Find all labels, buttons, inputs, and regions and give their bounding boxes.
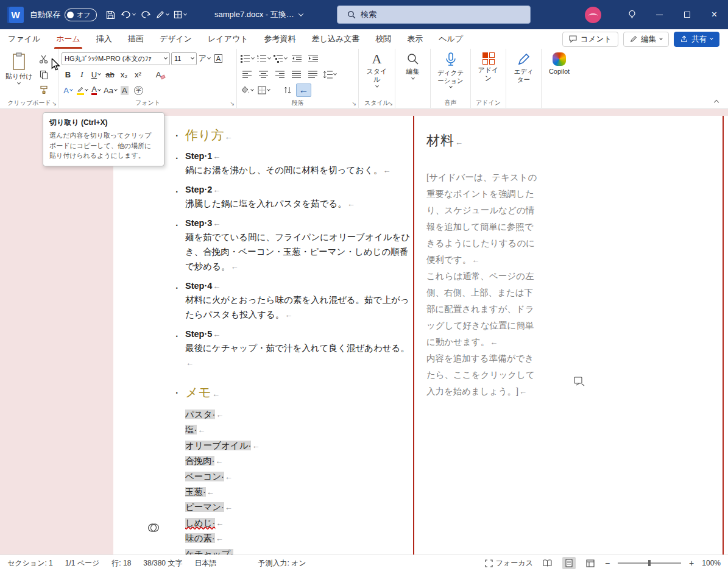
borders-button[interactable]	[256, 83, 271, 97]
tab-design[interactable]: デザイン	[152, 29, 200, 49]
styles-button[interactable]: A スタイル	[361, 51, 392, 90]
status-section[interactable]: セクション: 1	[7, 558, 53, 569]
highlight-button[interactable]	[76, 84, 88, 97]
status-line[interactable]: 行: 18	[111, 558, 131, 569]
zoom-out-button[interactable]: −	[605, 558, 610, 568]
print-layout-button[interactable]	[562, 557, 576, 569]
status-language[interactable]: 日本語	[194, 558, 216, 569]
memo-heading[interactable]: ▪メモ←	[185, 384, 414, 401]
memo-item[interactable]: しめじ·←	[185, 516, 414, 531]
tab-mailings[interactable]: 差し込み文書	[304, 29, 368, 49]
read-mode-button[interactable]	[541, 557, 554, 569]
enclose-characters-button[interactable]: 字	[132, 84, 145, 97]
memo-item[interactable]: ケチャップ·←	[185, 547, 414, 555]
autosave-toggle[interactable]: 自動保存 オフ	[30, 9, 97, 21]
tab-file[interactable]: ファイル	[0, 29, 48, 49]
step-block[interactable]: ▪Step·4← 材料に火がとおったら味の素を入れ混ぜる。茹で上がったらパスタも…	[185, 281, 414, 322]
font-dialog-launcher[interactable]: ↘	[230, 101, 235, 107]
shading-button[interactable]	[239, 83, 255, 97]
character-shading-button[interactable]: A	[118, 84, 131, 97]
status-text-prediction[interactable]: 予測入力: オン	[258, 558, 306, 569]
memo-item[interactable]: パスタ·←	[185, 407, 414, 422]
strikethrough-button[interactable]: ab	[104, 68, 116, 81]
maximize-button[interactable]	[673, 0, 701, 29]
word-logo-icon[interactable]: W	[7, 7, 24, 23]
tab-draw[interactable]: 描画	[120, 29, 152, 49]
close-button[interactable]: ×	[701, 0, 728, 29]
text-effects-button[interactable]: A	[62, 84, 74, 97]
sidebar-text-box[interactable]: 材料← [サイドバーは、テキストの重要なポイントを強調したり、スケジュールなどの…	[426, 132, 539, 400]
memo-item[interactable]: 合挽肉·←	[185, 453, 414, 469]
status-word-count[interactable]: 38/380 文字	[143, 558, 182, 569]
account-avatar[interactable]	[585, 7, 601, 23]
memo-item[interactable]: ピーマン·←	[185, 500, 414, 515]
superscript-button[interactable]: x²	[132, 68, 144, 81]
show-formatting-marks-button[interactable]: ←	[296, 83, 311, 97]
paste-button[interactable]: 貼り付け	[2, 51, 36, 96]
step-block[interactable]: ▪Step·2← 沸騰した鍋に塩を入れパスタを茹でる。←	[185, 185, 414, 211]
steps-heading[interactable]: ▪作り方←	[185, 127, 414, 144]
zoom-slider[interactable]	[618, 562, 681, 564]
editing-mode-button[interactable]: 編集	[623, 32, 669, 47]
copilot-button[interactable]: Copilot	[544, 51, 574, 77]
document-page[interactable]: ▪作り方← ▪Step·1← 鍋にお湯を沸かし、その間に材料を切っておく。← ▪…	[113, 116, 728, 555]
minimize-button[interactable]	[646, 0, 673, 29]
clipboard-dialog-launcher[interactable]: ↘	[52, 101, 57, 107]
numbered-list-button[interactable]	[256, 52, 271, 65]
styles-dialog-launcher[interactable]: ↘	[388, 101, 393, 107]
change-case-button[interactable]: Aa	[104, 84, 117, 97]
tab-review[interactable]: 校閲	[367, 29, 399, 49]
sidebar-heading[interactable]: 材料←	[426, 132, 539, 150]
distribute-button[interactable]	[305, 68, 320, 81]
memo-item[interactable]: オリーブオイル·←	[185, 438, 414, 453]
subscript-button[interactable]: x₂	[118, 68, 130, 81]
cut-button[interactable]	[36, 52, 52, 66]
italic-button[interactable]: I	[76, 68, 88, 81]
copy-button[interactable]	[36, 68, 52, 81]
web-layout-button[interactable]	[584, 557, 597, 569]
tab-references[interactable]: 参考資料	[256, 29, 304, 49]
quick-pen-button[interactable]	[154, 5, 171, 24]
clear-formatting-button[interactable]: A	[154, 68, 167, 81]
line-spacing-button[interactable]	[322, 68, 337, 81]
addins-button[interactable]: アドイン	[473, 51, 503, 84]
save-button[interactable]	[103, 5, 119, 24]
underline-button[interactable]: U	[90, 68, 102, 81]
align-right-button[interactable]	[272, 68, 288, 81]
font-color-button[interactable]: A	[90, 84, 102, 97]
help-lightbulb-button[interactable]	[618, 0, 646, 29]
tab-help[interactable]: ヘルプ	[431, 29, 471, 49]
increase-indent-button[interactable]	[305, 52, 320, 65]
justify-button[interactable]	[289, 68, 304, 81]
share-button[interactable]: 共有	[674, 32, 719, 47]
redo-button[interactable]	[138, 5, 154, 24]
tab-home[interactable]: ホーム	[48, 29, 88, 49]
font-name-combo[interactable]: HG丸ｺﾞｼｯｸM-PRO (本文のﾌｧ	[62, 52, 170, 65]
align-left-button[interactable]	[239, 68, 255, 81]
step-block[interactable]: ▪Step·5← 最後にケチャップ・茹で汁を入れて良く混ぜあわせる。←	[185, 329, 414, 371]
quick-stamp-button[interactable]	[171, 5, 189, 24]
paragraph-dialog-launcher[interactable]: ↘	[352, 101, 356, 107]
editor-button[interactable]: エディター	[509, 51, 539, 85]
undo-button[interactable]	[119, 5, 138, 24]
status-page[interactable]: 1/1 ページ	[65, 558, 100, 569]
memo-item[interactable]: ベーコン·←	[185, 469, 414, 484]
memo-item[interactable]: 玉葱·←	[185, 484, 414, 500]
bold-button[interactable]: B	[62, 68, 74, 81]
zoom-percentage[interactable]: 100%	[702, 559, 721, 567]
memo-item[interactable]: 塩·←	[185, 422, 414, 438]
multilevel-list-button[interactable]	[272, 52, 288, 65]
focus-mode-button[interactable]: フォーカス	[485, 558, 533, 569]
search-box[interactable]: 検索	[337, 5, 531, 24]
step-block[interactable]: ▪Step·1← 鍋にお湯を沸かし、その間に材料を切っておく。←	[185, 151, 414, 178]
dictation-button[interactable]: ディクテーション	[433, 51, 468, 90]
sort-button[interactable]	[280, 83, 295, 97]
format-painter-button[interactable]	[36, 83, 52, 96]
align-center-button[interactable]	[256, 68, 271, 81]
memo-item[interactable]: 味の素·←	[185, 531, 414, 546]
comments-button[interactable]: コメント	[562, 32, 618, 47]
tab-layout[interactable]: レイアウト	[200, 29, 256, 49]
zoom-in-button[interactable]: +	[689, 558, 694, 568]
main-text-column[interactable]: ▪作り方← ▪Step·1← 鍋にお湯を沸かし、その間に材料を切っておく。← ▪…	[185, 127, 414, 555]
zoom-slider-thumb[interactable]	[648, 560, 651, 566]
